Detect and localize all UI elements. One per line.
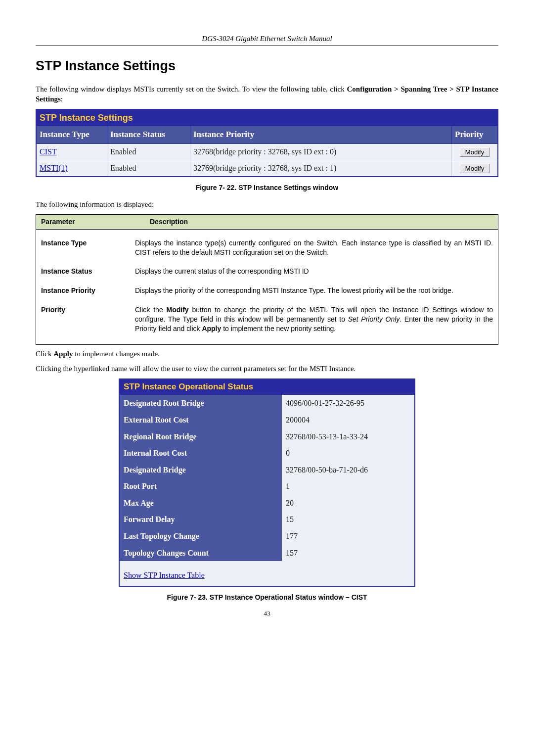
col-instance-type: Instance Type — [36, 126, 107, 144]
op-value: 4096/00-01-27-32-26-95 — [282, 395, 415, 412]
text-fragment: Click — [36, 350, 53, 358]
info-displayed-text: The following information is displayed: — [36, 199, 498, 209]
op-value: 1 — [282, 478, 415, 495]
intro-paragraph: The following window displays MSTIs curr… — [36, 84, 498, 104]
op-key: Root Port — [119, 478, 282, 495]
op-value: 20 — [282, 495, 415, 512]
op-key: Internal Root Cost — [119, 445, 282, 462]
op-value: 32768/00-53-13-1a-33-24 — [282, 428, 415, 445]
op-value: 15 — [282, 511, 415, 528]
op-key: Forward Delay — [119, 511, 282, 528]
op-row: Designated Bridge32768/00-50-ba-71-20-d6 — [119, 462, 415, 478]
param-row: Instance Type Displays the instance type… — [36, 235, 498, 263]
op-value: 157 — [282, 545, 415, 562]
page-number: 43 — [36, 609, 498, 618]
op-key: Topology Changes Count — [119, 545, 282, 562]
op-row: Designated Root Bridge4096/00-01-27-32-2… — [119, 395, 415, 412]
op-key: Designated Bridge — [119, 462, 282, 478]
op-row: Regional Root Bridge32768/00-53-13-1a-33… — [119, 428, 415, 445]
op-value: 0 — [282, 445, 415, 462]
col-instance-status: Instance Status — [107, 126, 190, 144]
op-key: Regional Root Bridge — [119, 428, 282, 445]
text-fragment: Click the — [135, 306, 167, 314]
stp-operational-status-window: STP Instance Operational Status Designat… — [119, 378, 415, 586]
text-bold: Apply — [53, 350, 73, 358]
op-row: Max Age20 — [119, 495, 415, 512]
op-value: 200004 — [282, 412, 415, 428]
param-head-description: Description — [145, 214, 498, 229]
op-window-title: STP Instance Operational Status — [119, 379, 415, 395]
param-name: Priority — [41, 305, 135, 333]
op-row: Internal Root Cost0 — [119, 445, 415, 462]
instance-link-msti1[interactable]: MSTI(1) — [40, 164, 68, 172]
modify-button[interactable]: Modify — [460, 147, 490, 157]
op-row: Topology Changes Count157 — [119, 545, 415, 562]
figure-23-caption: Figure 7- 23. STP Instance Operational S… — [36, 593, 498, 602]
op-value: 177 — [282, 528, 415, 545]
op-row: Root Port1 — [119, 478, 415, 495]
figure-22-caption: Figure 7- 22. STP Instance Settings wind… — [36, 183, 498, 192]
intro-text: The following window displays MSTIs curr… — [36, 85, 347, 93]
op-row: Last Topology Change177 — [119, 528, 415, 545]
op-key: Max Age — [119, 495, 282, 512]
instance-status: Enabled — [107, 144, 190, 160]
op-key: Designated Root Bridge — [119, 395, 282, 412]
param-head-parameter: Parameter — [36, 214, 145, 229]
col-instance-priority: Instance Priority — [190, 126, 452, 144]
param-row: Instance Status Displays the current sta… — [36, 263, 498, 282]
op-row: External Root Cost200004 — [119, 412, 415, 428]
apply-line: Click Apply to implement changes made. — [36, 349, 498, 359]
param-name: Instance Status — [41, 267, 135, 276]
param-desc: Displays the priority of the correspondi… — [135, 286, 493, 295]
param-name: Instance Type — [41, 238, 135, 257]
text-fragment: to implement changes made. — [73, 350, 159, 358]
stp-window-title: STP Instance Settings — [36, 109, 498, 126]
op-key: Last Topology Change — [119, 528, 282, 545]
param-name: Instance Priority — [41, 286, 135, 295]
text-bold: Apply — [202, 325, 221, 332]
show-stp-instance-table-link[interactable]: Show STP Instance Table — [124, 571, 205, 579]
col-priority: Priority — [452, 126, 498, 144]
instance-link-cist[interactable]: CIST — [40, 147, 57, 156]
param-desc: Displays the current status of the corre… — [135, 267, 493, 276]
table-row: MSTI(1) Enabled 32769(bridge priority : … — [36, 160, 498, 177]
doc-header: DGS-3024 Gigabit Ethernet Switch Manual — [36, 34, 498, 46]
param-row: Instance Priority Displays the priority … — [36, 282, 498, 301]
op-row: Forward Delay15 — [119, 511, 415, 528]
parameter-description-table: Parameter Description Instance Type Disp… — [36, 214, 498, 345]
instance-priority-value: 32768(bridge priority : 32768, sys ID ex… — [190, 144, 452, 160]
modify-button[interactable]: Modify — [460, 164, 490, 173]
instance-priority-value: 32769(bridge priority : 32768, sys ID ex… — [190, 160, 452, 177]
instance-status: Enabled — [107, 160, 190, 177]
hyperlink-note: Clicking the hyperlinked name will allow… — [36, 364, 498, 374]
param-desc: Click the Modify button to change the pr… — [135, 305, 493, 333]
table-row: CIST Enabled 32768(bridge priority : 327… — [36, 144, 498, 160]
stp-instance-settings-window: STP Instance Settings Instance Type Inst… — [36, 109, 498, 177]
intro-colon: : — [61, 95, 63, 103]
text-italic: Set Priority Only — [348, 315, 400, 323]
param-row-priority: Priority Click the Modify button to chan… — [36, 301, 498, 339]
param-desc: Displays the instance type(s) currently … — [135, 238, 493, 257]
section-title: STP Instance Settings — [36, 57, 498, 75]
op-key: External Root Cost — [119, 412, 282, 428]
text-fragment: to implement the new priority setting. — [221, 325, 336, 332]
op-value: 32768/00-50-ba-71-20-d6 — [282, 462, 415, 478]
text-bold: Modify — [167, 306, 189, 314]
